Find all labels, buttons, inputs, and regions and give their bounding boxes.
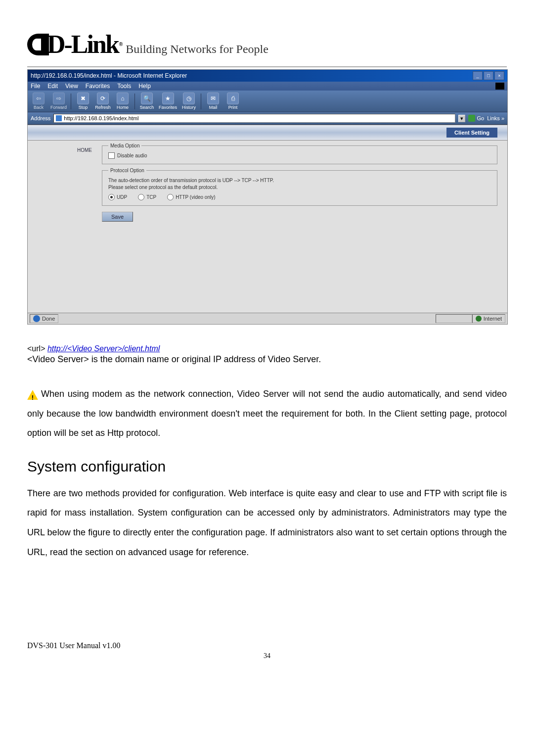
brand-logo: D-Link ® bbox=[27, 30, 122, 59]
media-option-legend: Media Option bbox=[108, 143, 141, 148]
warning-icon bbox=[27, 390, 38, 400]
stop-button[interactable]: ✖Stop bbox=[75, 93, 91, 110]
menu-tools[interactable]: Tools bbox=[117, 83, 131, 90]
brand-header: D-Link ® Building Networks for People bbox=[27, 30, 507, 59]
address-label: Address bbox=[31, 115, 50, 121]
menu-bar: File Edit View Favorites Tools Help bbox=[28, 82, 507, 91]
save-button[interactable]: Save bbox=[102, 212, 133, 222]
address-bar: Address http://192.168.0.195/index.html … bbox=[28, 112, 507, 125]
warning-paragraph: When using modem as the network connecti… bbox=[27, 384, 507, 443]
address-value: http://192.168.0.195/index.html bbox=[64, 115, 138, 121]
status-text: Done bbox=[42, 316, 55, 322]
toolbar-separator bbox=[201, 94, 201, 109]
protocol-option-legend: Protocol Option bbox=[108, 168, 146, 173]
go-icon bbox=[468, 115, 475, 122]
search-button[interactable]: 🔍Search bbox=[139, 93, 155, 110]
header-divider bbox=[27, 66, 507, 67]
windows-logo-icon bbox=[495, 83, 504, 90]
title-bar: http://192.168.0.195/index.html - Micros… bbox=[28, 70, 507, 82]
section-heading: System configuration bbox=[27, 458, 507, 475]
address-input[interactable]: http://192.168.0.195/index.html bbox=[53, 114, 455, 123]
page-icon bbox=[56, 115, 62, 121]
protocol-desc-1: The auto-detection order of transmission… bbox=[108, 177, 491, 184]
footer-id: DVS-301 User Manual v1.00 bbox=[27, 641, 507, 650]
refresh-button[interactable]: ⟳Refresh bbox=[95, 93, 111, 110]
maximize-button[interactable]: □ bbox=[484, 71, 493, 80]
home-button[interactable]: ⌂Home bbox=[115, 93, 131, 110]
menu-help[interactable]: Help bbox=[138, 83, 151, 90]
side-nav: HOME bbox=[28, 141, 97, 227]
config-paragraph: There are two methods provided for confi… bbox=[27, 484, 507, 562]
disable-audio-label: Disable audio bbox=[117, 153, 147, 158]
page-number: 34 bbox=[27, 652, 507, 660]
menu-favorites[interactable]: Favorites bbox=[86, 83, 110, 90]
favorites-button[interactable]: ★Favorites bbox=[159, 93, 177, 110]
globe-icon bbox=[476, 316, 482, 322]
protocol-desc-2: Please select one protocol as the defaul… bbox=[108, 184, 491, 191]
back-button[interactable]: ⇦Back bbox=[31, 93, 46, 110]
url-link[interactable]: http://<Video Server>/client.html bbox=[47, 344, 160, 353]
protocol-option-fieldset: Protocol Option The auto-detection order… bbox=[102, 170, 497, 206]
page-banner: Client Setting bbox=[28, 125, 507, 141]
history-button[interactable]: ◷History bbox=[181, 93, 197, 110]
registered-mark: ® bbox=[119, 42, 122, 47]
url-description: <Video Server> is the domain name or ori… bbox=[27, 354, 507, 365]
browser-window: http://192.168.0.195/index.html - Micros… bbox=[27, 69, 508, 325]
disable-audio-checkbox[interactable] bbox=[108, 152, 115, 159]
window-controls: _ □ × bbox=[473, 71, 504, 80]
zone-label: Internet bbox=[484, 316, 502, 322]
toolbar: ⇦Back ⇨Forward ✖Stop ⟳Refresh ⌂Home 🔍Sea… bbox=[28, 91, 507, 112]
links-menu[interactable]: Links » bbox=[487, 115, 504, 121]
window-title: http://192.168.0.195/index.html - Micros… bbox=[31, 72, 187, 79]
menu-file[interactable]: File bbox=[31, 83, 40, 90]
minimize-button[interactable]: _ bbox=[473, 71, 483, 80]
print-button[interactable]: ⎙Print bbox=[225, 93, 241, 110]
menu-view[interactable]: View bbox=[65, 83, 78, 90]
radio-tcp-label: TCP bbox=[146, 194, 156, 200]
ie-icon bbox=[33, 315, 40, 322]
banner-tab: Client Setting bbox=[446, 128, 497, 138]
radio-tcp[interactable] bbox=[138, 194, 144, 200]
page-content: Client Setting HOME Media Option Disable… bbox=[28, 125, 507, 313]
forward-button[interactable]: ⇨Forward bbox=[50, 93, 67, 110]
status-bar: Done Internet bbox=[28, 313, 507, 324]
media-option-fieldset: Media Option Disable audio bbox=[102, 145, 497, 164]
menu-edit[interactable]: Edit bbox=[47, 83, 58, 90]
warning-text: When using modem as the network connecti… bbox=[27, 389, 507, 438]
go-button[interactable]: Go bbox=[468, 115, 484, 122]
nav-home[interactable]: HOME bbox=[33, 147, 92, 153]
radio-udp[interactable] bbox=[108, 194, 115, 200]
radio-udp-label: UDP bbox=[117, 194, 127, 200]
logo-text: D-Link bbox=[47, 30, 118, 59]
radio-http-label: HTTP (video only) bbox=[176, 194, 215, 200]
brand-tagline: Building Networks for People bbox=[126, 43, 268, 56]
toolbar-separator bbox=[71, 94, 71, 109]
address-dropdown-icon[interactable]: ▾ bbox=[458, 115, 465, 122]
url-line: <url> http://<Video Server>/client.html bbox=[27, 344, 507, 353]
mail-button[interactable]: ✉Mail bbox=[205, 93, 221, 110]
url-prefix: <url> bbox=[27, 344, 47, 353]
toolbar-separator bbox=[134, 94, 135, 109]
close-button[interactable]: × bbox=[494, 71, 504, 80]
logo-d-icon bbox=[27, 34, 49, 55]
radio-http[interactable] bbox=[167, 194, 174, 200]
settings-panel: Media Option Disable audio Protocol Opti… bbox=[97, 141, 507, 227]
